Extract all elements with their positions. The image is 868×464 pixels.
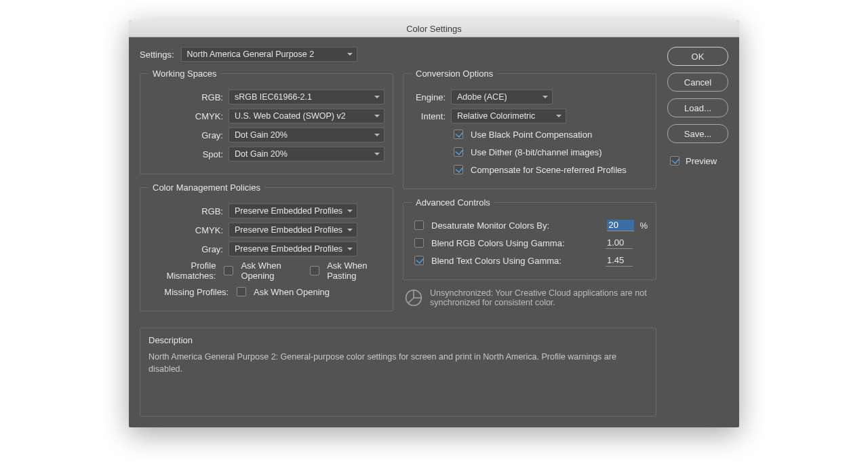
intent-value: Relative Colorimetric xyxy=(457,111,535,121)
ws-rgb-label: RGB: xyxy=(149,92,223,102)
pol-gray-dropdown[interactable]: Preserve Embedded Profiles xyxy=(229,241,357,256)
pol-gray-value: Preserve Embedded Profiles xyxy=(235,244,342,254)
chevron-down-icon xyxy=(374,115,380,117)
intent-label: Intent: xyxy=(412,111,446,121)
ws-gray-dropdown[interactable]: Dot Gain 20% xyxy=(229,128,384,142)
description-legend: Description xyxy=(149,335,648,345)
sync-icon xyxy=(404,288,423,307)
profile-mismatches-label: Profile Mismatches: xyxy=(149,260,216,281)
sync-text: Unsynchronized: Your Creative Cloud appl… xyxy=(430,288,655,307)
color-settings-dialog: Color Settings Settings: North America G… xyxy=(129,20,739,427)
missing-profiles-label: Missing Profiles: xyxy=(149,287,229,297)
ws-spot-dropdown[interactable]: Dot Gain 20% xyxy=(229,147,384,161)
pol-cmyk-value: Preserve Embedded Profiles xyxy=(235,225,342,235)
mismatch-paste-label: Ask When Pasting xyxy=(327,260,384,281)
mismatch-paste-checkbox[interactable] xyxy=(310,266,319,275)
pol-cmyk-dropdown[interactable]: Preserve Embedded Profiles xyxy=(229,223,357,237)
chevron-down-icon xyxy=(556,115,561,117)
blend-rgb-input[interactable] xyxy=(606,237,633,249)
conversion-group: Conversion Options Engine: Adobe (ACE) I… xyxy=(403,69,656,189)
dither-checkbox[interactable] xyxy=(454,147,463,157)
policies-legend: Color Management Policies xyxy=(149,182,264,193)
chevron-down-icon xyxy=(347,53,353,56)
bpc-label: Use Black Point Compensation xyxy=(471,130,592,140)
advanced-group: Advanced Controls Desaturate Monitor Col… xyxy=(403,197,656,280)
chevron-down-icon xyxy=(542,96,548,98)
bpc-checkbox[interactable] xyxy=(454,130,463,139)
ws-cmyk-dropdown[interactable]: U.S. Web Coated (SWOP) v2 xyxy=(229,109,384,123)
engine-value: Adobe (ACE) xyxy=(457,92,507,102)
scene-label: Compensate for Scene-referred Profiles xyxy=(471,165,627,175)
dialog-title: Color Settings xyxy=(129,20,739,37)
ws-rgb-dropdown[interactable]: sRGB IEC61966-2.1 xyxy=(229,90,384,104)
conversion-legend: Conversion Options xyxy=(412,69,497,79)
dither-label: Use Dither (8-bit/channel images) xyxy=(471,147,602,157)
chevron-down-icon xyxy=(347,229,353,231)
ws-spot-label: Spot: xyxy=(149,149,223,159)
engine-dropdown[interactable]: Adobe (ACE) xyxy=(451,90,553,104)
preview-checkbox[interactable] xyxy=(670,156,679,166)
cancel-button[interactable]: Cancel xyxy=(667,73,728,92)
settings-dropdown[interactable]: North America General Purpose 2 xyxy=(181,47,357,62)
working-spaces-group: Working Spaces RGB: sRGB IEC61966-2.1 CM… xyxy=(140,69,393,174)
sync-status: Unsynchronized: Your Creative Cloud appl… xyxy=(403,288,656,307)
advanced-legend: Advanced Controls xyxy=(412,197,494,208)
settings-label: Settings: xyxy=(140,50,174,60)
desat-label: Desaturate Monitor Colors By: xyxy=(431,220,601,231)
blend-text-label: Blend Text Colors Using Gamma: xyxy=(431,256,600,266)
ws-cmyk-value: U.S. Web Coated (SWOP) v2 xyxy=(235,111,346,121)
blend-text-checkbox[interactable] xyxy=(414,256,424,265)
description-group: Description North America General Purpos… xyxy=(140,328,656,417)
engine-label: Engine: xyxy=(412,92,446,102)
intent-dropdown[interactable]: Relative Colorimetric xyxy=(451,109,566,123)
pol-rgb-value: Preserve Embedded Profiles xyxy=(235,206,342,216)
pol-rgb-label: RGB: xyxy=(149,206,223,216)
policies-group: Color Management Policies RGB: Preserve … xyxy=(140,182,393,311)
mismatch-open-label: Ask When Opening xyxy=(241,260,302,281)
chevron-down-icon xyxy=(374,134,380,136)
ws-cmyk-label: CMYK: xyxy=(149,111,223,121)
ws-spot-value: Dot Gain 20% xyxy=(235,149,288,159)
chevron-down-icon xyxy=(374,153,380,155)
chevron-down-icon xyxy=(347,210,353,212)
working-spaces-legend: Working Spaces xyxy=(149,69,220,79)
ws-gray-value: Dot Gain 20% xyxy=(235,130,288,140)
chevron-down-icon xyxy=(374,96,380,98)
ws-rgb-value: sRGB IEC61966-2.1 xyxy=(235,92,312,102)
preview-label: Preview xyxy=(686,156,717,166)
percent-label: % xyxy=(639,220,648,231)
blend-rgb-label: Blend RGB Colors Using Gamma: xyxy=(431,238,600,248)
scene-checkbox[interactable] xyxy=(454,165,463,174)
chevron-down-icon xyxy=(347,248,353,250)
ok-button[interactable]: OK xyxy=(667,47,728,66)
description-text: North America General Purpose 2: General… xyxy=(149,351,648,375)
pol-gray-label: Gray: xyxy=(149,244,223,254)
blend-text-input[interactable] xyxy=(606,255,633,267)
ws-gray-label: Gray: xyxy=(149,130,223,140)
blend-rgb-checkbox[interactable] xyxy=(414,238,424,248)
desat-checkbox[interactable] xyxy=(414,220,424,230)
load-button[interactable]: Load... xyxy=(667,98,728,117)
pol-cmyk-label: CMYK: xyxy=(149,225,223,235)
pol-rgb-dropdown[interactable]: Preserve Embedded Profiles xyxy=(229,204,357,218)
settings-value: North America General Purpose 2 xyxy=(187,50,315,59)
desat-input[interactable] xyxy=(607,220,634,231)
save-button[interactable]: Save... xyxy=(667,124,728,143)
missing-open-checkbox[interactable] xyxy=(237,287,246,296)
missing-open-label: Ask When Opening xyxy=(254,287,330,297)
mismatch-open-checkbox[interactable] xyxy=(224,266,233,275)
